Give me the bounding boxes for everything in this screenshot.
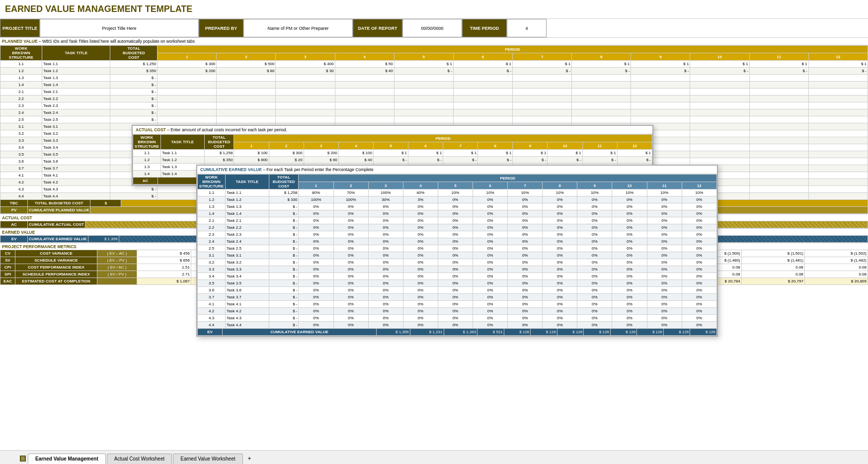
ac-wbs-header: WORKBRKDWNSTRUCTURE — [133, 135, 161, 150]
metric-label: COST PERFORMANCE INDEX — [15, 264, 97, 271]
table-row: 4.3 — [0, 186, 42, 193]
p7-header: 7 — [513, 53, 572, 61]
tbc-value: $ — [90, 200, 121, 207]
table-row: 1.2 — [198, 196, 226, 203]
table-row: 3.3 — [0, 137, 42, 144]
ev-value: $ 1,356 — [88, 236, 119, 243]
table-row: 3.6 — [0, 158, 42, 165]
p4-header: 4 — [335, 53, 394, 61]
metric-id: SV — [0, 257, 15, 264]
metric-label: SCHEDULE PERFORMANCE INDEX — [15, 271, 97, 278]
metric-label: ESTIMATED COST AT COMPLETION — [15, 278, 97, 285]
ev-p2-header: 2 — [333, 182, 368, 189]
table-row: 1.1 — [0, 61, 42, 68]
ac-p8-header: 8 — [478, 142, 513, 150]
date-value[interactable]: 00/00/0000 — [402, 19, 462, 37]
ac-p12-header: 12 — [617, 142, 652, 150]
prepared-by-label: PREPARED BY — [199, 19, 243, 37]
ac-p7-header: 7 — [443, 142, 478, 150]
ev-p10-header: 10 — [612, 182, 647, 189]
tab-earned-value-management[interactable]: Earned Value Management — [28, 454, 106, 464]
ev-p11-header: 11 — [647, 182, 682, 189]
ev-p3-header: 3 — [368, 182, 403, 189]
ac-p5-header: 5 — [373, 142, 408, 150]
table-row: 4.1 — [198, 301, 226, 308]
p1-header: 1 — [158, 53, 217, 61]
ev-p1-header: 1 — [299, 182, 333, 189]
ac-p9-header: 9 — [513, 142, 548, 150]
ac-p3-header: 3 — [304, 142, 338, 150]
table-row: 4.2 — [0, 179, 42, 186]
prepared-by-value[interactable]: Name of PM or Other Preparer — [243, 19, 353, 37]
p6-header: 6 — [453, 53, 512, 61]
tbc-header: TOTALBUDGETEDCOST — [110, 46, 158, 61]
ac-period-header: PERIOD — [234, 135, 652, 142]
ev-total-wbs: EV — [198, 329, 223, 336]
table-row: 3.5 — [198, 280, 226, 287]
tab-actual-cost-worksheet[interactable]: Actual Cost Worksheet — [107, 454, 172, 464]
ev-wbs-header: WORKBRKDWNSTRUCTURE — [198, 175, 226, 189]
pv-label: CUMULATIVE PLANNED VALUE — [28, 207, 90, 214]
tbc-label: TOTAL BUDGETED COST — [28, 200, 90, 207]
table-row: 3.3 — [198, 266, 226, 273]
table-row: 4.3 — [198, 315, 226, 322]
table-row: 2.3 — [0, 102, 42, 109]
ev-p5-header: 5 — [438, 182, 473, 189]
p2-header: 2 — [217, 53, 276, 61]
period-header: PERIOD — [158, 46, 868, 53]
table-row: 3.7 — [0, 165, 42, 172]
ev-task-header: TASK TITLE — [226, 175, 269, 189]
p10-header: 10 — [690, 53, 749, 61]
ac-p11-header: 11 — [582, 142, 617, 150]
table-row: 1.2 — [133, 157, 161, 164]
p11-header: 11 — [749, 53, 808, 61]
pv-section-label: PLANNED VALUE – WBS IDs and Task Titles … — [0, 38, 868, 45]
ev-overlay-table: WORKBRKDWNSTRUCTURE TASK TITLE TOTALBUDG… — [197, 174, 717, 329]
metric-id: SPI — [0, 271, 15, 278]
page-title: EARNED VALUE MANAGEMENT TEMPLATE — [0, 0, 868, 19]
ac-cum-wbs: AC — [133, 178, 158, 185]
tab-earned-value-worksheet[interactable]: Earned Value Worksheet — [173, 454, 242, 464]
table-row: 1.4 — [133, 171, 161, 178]
table-row: 4.1 — [0, 172, 42, 179]
metric-id: EAC — [0, 278, 15, 285]
task-header: TASK TITLE — [42, 46, 110, 61]
ev-p9-header: 9 — [577, 182, 612, 189]
ev-overlay-label: CUMULATIVE EARNED VALUE – For each Task … — [197, 166, 717, 174]
ev-p7-header: 7 — [508, 182, 543, 189]
table-row: 1.1 — [133, 150, 161, 157]
add-tab-button[interactable]: + — [244, 453, 255, 464]
project-title-value[interactable]: Project Title Here — [40, 19, 199, 37]
table-row: 4.4 — [198, 322, 226, 329]
ac-p6-header: 6 — [408, 142, 443, 150]
date-label: DATE OF REPORT — [353, 19, 402, 37]
table-row: 2.2 — [198, 224, 226, 231]
metric-label: SCHEDULE VARIANCE — [15, 257, 97, 264]
table-row: 1.2 — [0, 68, 42, 75]
table-row: 1.3 — [198, 203, 226, 210]
ac-wbs: AC — [0, 221, 28, 228]
table-row: 2.2 — [0, 95, 42, 102]
ac-task-header: TASK TITLE — [161, 135, 205, 150]
ac-p4-header: 4 — [338, 142, 373, 150]
main-container: EARNED VALUE MANAGEMENT TEMPLATE PROJECT… — [0, 0, 868, 464]
time-period-value[interactable]: 4 — [507, 19, 547, 37]
table-row: 1.4 — [0, 82, 42, 89]
table-row: 2.4 — [0, 109, 42, 116]
ev-period-header: PERIOD — [299, 175, 717, 182]
table-row: 3.1 — [198, 252, 226, 259]
ac-label: CUMULATIVE ACTUAL COST — [28, 221, 85, 228]
table-row: 3.6 — [198, 287, 226, 294]
ac-p1-header: 1 — [234, 142, 269, 150]
table-row: 3.5 — [0, 151, 42, 158]
table-row: 1.1 — [198, 189, 226, 196]
ev-total-row-table: EV CUMULATIVE EARNED VALUE $ 1,356 $ 1,2… — [197, 328, 717, 336]
table-row: 3.4 — [198, 273, 226, 280]
pv-wbs: PV — [0, 207, 28, 214]
table-row: 2.1 — [0, 89, 42, 95]
p12-header: 12 — [808, 53, 868, 61]
metric-id: CV — [0, 250, 15, 257]
table-row: 3.1 — [0, 123, 42, 130]
p3-header: 3 — [276, 53, 335, 61]
ev-tbc-header: TOTALBUDGETEDCOST — [269, 175, 299, 189]
